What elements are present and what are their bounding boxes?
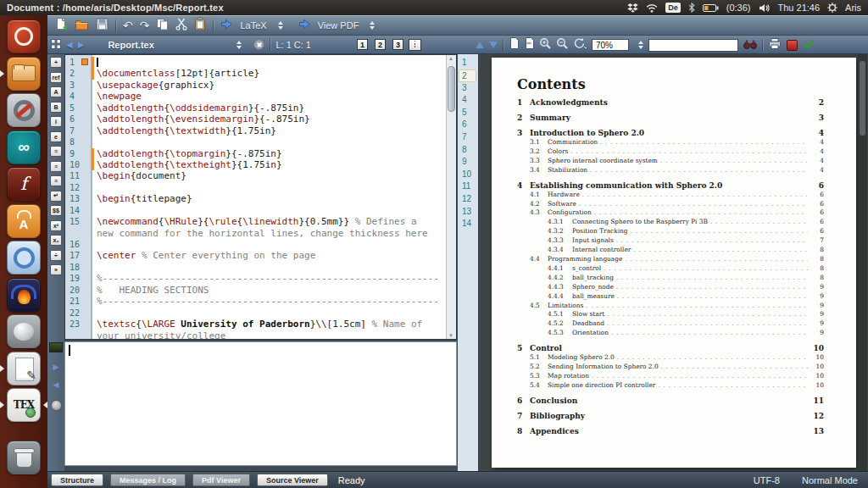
bold-button[interactable]: B	[50, 102, 62, 113]
launcher-item-trash-icon[interactable]	[7, 441, 41, 474]
view-select-spinner[interactable]	[370, 21, 375, 30]
page-list-item-8[interactable]: 8	[458, 144, 478, 157]
pdf-next-page-icon[interactable]	[489, 42, 498, 48]
page-list-item-6[interactable]: 6	[458, 119, 478, 131]
volume-icon[interactable]	[759, 3, 771, 13]
dropbox-icon[interactable]	[627, 3, 638, 13]
scrollbar-handle[interactable]	[448, 66, 455, 112]
pdf-scrollbar-handle[interactable]	[860, 61, 865, 136]
undo-icon[interactable]: ↶	[123, 19, 133, 31]
page-list-item-5[interactable]: 5	[458, 107, 478, 119]
editor-scrollbar[interactable]: ▲ ▼	[446, 55, 456, 339]
page-list-item-9[interactable]: 9	[458, 156, 478, 169]
pdf-scrollbar[interactable]	[858, 54, 867, 471]
page-list-item-13[interactable]: 13	[458, 206, 478, 219]
binoculars-search-icon[interactable]	[743, 37, 757, 53]
open-file-selector[interactable]: Report.tex	[89, 40, 248, 50]
page-list-item-2[interactable]: 2	[459, 69, 476, 82]
launcher-item-chromium-icon[interactable]	[7, 241, 41, 274]
fraction-button[interactable]: ÷	[50, 250, 62, 261]
keyboard-layout-indicator[interactable]: De	[665, 3, 681, 13]
page-list-item-11[interactable]: 11	[458, 180, 478, 193]
source-editor[interactable]: 12\documentclass[12pt]{article}3\usepack…	[64, 54, 457, 340]
panel-back-icon[interactable]: ◀	[53, 381, 59, 389]
zoom-out-icon[interactable]	[556, 37, 568, 53]
line-break-button[interactable]: ↵	[50, 191, 62, 202]
insert-button[interactable]: +	[50, 57, 62, 68]
rotate-view-icon[interactable]	[573, 37, 587, 53]
subscript-button[interactable]: x₂	[50, 235, 62, 246]
pdf-zoom-level[interactable]: 70%	[592, 39, 629, 51]
pdf-search-input[interactable]	[648, 39, 738, 52]
session-user[interactable]: Aris	[845, 3, 861, 13]
compile-select-spinner[interactable]	[278, 21, 283, 30]
run-latex-icon[interactable]	[220, 18, 233, 33]
math-mode-button[interactable]: $$	[50, 205, 62, 216]
reference-button[interactable]: ref	[50, 72, 62, 83]
pdf-viewer[interactable]: Contents 1Acknowledgments22Summary33Intr…	[480, 54, 868, 471]
italic-button[interactable]: i	[50, 116, 62, 127]
status-button-messages-log[interactable]: Messages / Log	[110, 474, 186, 486]
launcher-item-texmaker-icon[interactable]: TEX	[7, 388, 41, 422]
pdf-first-page-icon[interactable]	[509, 37, 519, 53]
status-button-source-viewer[interactable]: Source Viewer	[257, 474, 328, 486]
launcher-item-system-settings-icon[interactable]	[7, 93, 41, 127]
status-button-structure[interactable]: Structure	[51, 474, 103, 486]
status-button-pdf-viewer[interactable]: Pdf Viewer	[192, 474, 250, 486]
copy-icon[interactable]	[156, 18, 169, 34]
file-selector-spinner[interactable]	[236, 41, 242, 49]
align-right-button[interactable]: ≡	[50, 175, 62, 186]
zoom-spinner[interactable]	[638, 41, 643, 49]
superscript-button[interactable]: x²	[50, 220, 62, 231]
more-symbols-button[interactable]: »	[50, 264, 62, 275]
external-pdf-viewer-icon[interactable]	[787, 40, 798, 51]
page-list-item-14[interactable]: 14	[458, 218, 478, 230]
paste-icon[interactable]	[194, 17, 206, 34]
line-list-icon[interactable]	[409, 39, 421, 51]
align-left-button[interactable]: ≡	[50, 146, 62, 157]
align-center-button[interactable]: ≡	[50, 161, 62, 172]
battery-icon[interactable]	[703, 4, 719, 12]
panel-forward-icon[interactable]: ▶	[53, 363, 59, 371]
panel-settings-icon[interactable]	[51, 400, 62, 411]
run-view-icon[interactable]	[298, 18, 311, 33]
view-mode-button-2[interactable]: 2	[375, 39, 386, 50]
previous-document-icon[interactable]: ◀	[66, 41, 73, 49]
messages-log-panel[interactable]	[64, 341, 457, 466]
emphasis-button[interactable]: e	[50, 131, 62, 142]
launcher-item-fritzing-icon[interactable]: f	[7, 167, 41, 201]
view-mode-button-3[interactable]: 3	[392, 39, 403, 50]
launcher-item-software-center-icon[interactable]: A	[7, 204, 41, 238]
page-list-item-4[interactable]: 4	[458, 94, 478, 107]
session-gear-icon[interactable]	[827, 3, 837, 13]
compile-command-select[interactable]: LaTeX	[240, 20, 266, 30]
save-document-icon[interactable]	[96, 18, 108, 34]
structure-grid-icon[interactable]	[51, 37, 61, 53]
pdf-previous-page-icon[interactable]	[476, 42, 484, 48]
pdf-ok-check-icon[interactable]	[803, 37, 815, 53]
scrollbar-down-arrow[interactable]: ▼	[448, 333, 453, 338]
view-command-select[interactable]: View PDF	[318, 20, 359, 30]
wifi-icon[interactable]	[646, 3, 658, 13]
print-icon[interactable]	[768, 37, 782, 53]
launcher-item-text-editor-icon[interactable]: ✎	[7, 352, 41, 385]
page-list-item-10[interactable]: 10	[458, 169, 478, 181]
next-document-icon[interactable]: ▶	[78, 41, 85, 49]
page-list-item-12[interactable]: 12	[458, 193, 478, 206]
launcher-item-ubuntu-dash-icon[interactable]	[7, 19, 41, 53]
page-list-item-1[interactable]: 1	[458, 57, 478, 69]
close-document-icon[interactable]	[253, 39, 264, 50]
bluetooth-icon[interactable]	[688, 3, 695, 13]
view-mode-button-1[interactable]: 1	[357, 39, 368, 50]
open-document-icon[interactable]	[75, 18, 89, 34]
redo-icon[interactable]: ↷	[140, 19, 150, 31]
zoom-in-icon[interactable]	[539, 37, 551, 53]
pdf-last-page-icon[interactable]	[524, 37, 534, 53]
clock[interactable]: Thu 21:46	[778, 3, 821, 13]
page-list-item-3[interactable]: 3	[458, 82, 478, 95]
font-size-button[interactable]: A	[50, 86, 62, 97]
launcher-item-audacity-icon[interactable]	[7, 278, 41, 312]
launcher-item-arduino-icon[interactable]: ∞	[7, 130, 41, 164]
page-list-item-7[interactable]: 7	[458, 131, 478, 144]
new-document-icon[interactable]	[54, 17, 68, 34]
